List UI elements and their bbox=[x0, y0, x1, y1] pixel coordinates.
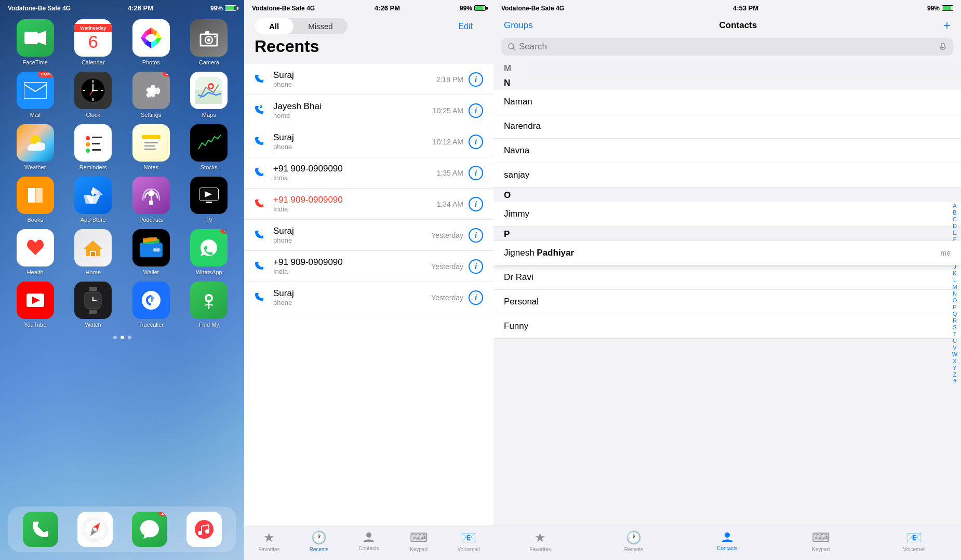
contacts-tab-recents[interactable]: 🕐 Recents bbox=[587, 530, 680, 552]
index-d[interactable]: D bbox=[951, 223, 958, 229]
index-m[interactable]: M bbox=[951, 284, 958, 290]
app-icon-calendar[interactable]: Wednesday 6 bbox=[74, 19, 112, 57]
add-contact-button[interactable]: + bbox=[943, 18, 951, 33]
app-books[interactable]: Books bbox=[9, 177, 61, 223]
index-t[interactable]: T bbox=[951, 331, 958, 337]
contacts-tab-favorites[interactable]: ★ Favorites bbox=[493, 530, 587, 552]
app-notes[interactable]: Notes bbox=[125, 124, 177, 170]
app-reminders[interactable]: Reminders bbox=[68, 124, 119, 170]
app-icon-facetime[interactable] bbox=[17, 19, 54, 57]
app-maps[interactable]: Maps bbox=[183, 72, 235, 118]
dock-music[interactable] bbox=[186, 512, 222, 547]
app-icon-camera[interactable] bbox=[190, 19, 228, 57]
app-podcasts[interactable]: Podcasts bbox=[125, 177, 177, 223]
app-icon-clock[interactable] bbox=[74, 72, 112, 109]
app-truecaller[interactable]: Truecaller bbox=[125, 282, 177, 328]
app-icon-notes[interactable] bbox=[132, 124, 170, 162]
app-clock[interactable]: Clock bbox=[68, 72, 119, 118]
index-l[interactable]: L bbox=[951, 277, 958, 283]
recent-item-1[interactable]: Suraj phone 2:18 PM i bbox=[244, 64, 493, 95]
app-youtube[interactable]: YouTube bbox=[9, 282, 61, 328]
app-appstore[interactable]: App Store bbox=[68, 177, 119, 223]
index-o[interactable]: O bbox=[951, 297, 958, 303]
app-icon-stocks[interactable] bbox=[190, 124, 228, 162]
app-icon-appstore[interactable] bbox=[74, 177, 112, 214]
app-home[interactable]: Home bbox=[68, 229, 119, 275]
dot-1[interactable] bbox=[113, 336, 117, 339]
app-icon-reminders[interactable] bbox=[74, 124, 112, 162]
app-icon-youtube[interactable] bbox=[17, 282, 54, 319]
groups-button[interactable]: Groups bbox=[504, 20, 533, 31]
contact-row-narendra[interactable]: Narendra bbox=[493, 114, 961, 139]
contact-row-sanjay[interactable]: sanjay bbox=[493, 163, 961, 188]
recent-item-2[interactable]: Jayesh Bhai home 10:25 AM i bbox=[244, 95, 493, 126]
app-findmy[interactable]: Find My bbox=[183, 282, 235, 328]
contact-row-jimmy[interactable]: Jimmy bbox=[493, 202, 961, 226]
index-x[interactable]: X bbox=[951, 358, 958, 364]
app-wallet[interactable]: Wallet bbox=[125, 229, 177, 275]
recent-item-4[interactable]: +91 909-0909090 India 1:35 AM i bbox=[244, 157, 493, 189]
contacts-search-input[interactable] bbox=[519, 42, 936, 52]
tab-keypad[interactable]: ⌨ Keypad bbox=[394, 530, 444, 552]
contacts-tab-keypad[interactable]: ⌨ Keypad bbox=[774, 530, 867, 552]
index-hash[interactable]: # bbox=[951, 378, 958, 384]
info-btn-6[interactable]: i bbox=[469, 228, 483, 243]
app-facetime[interactable]: FaceTime bbox=[9, 19, 61, 65]
contacts-search-bar[interactable] bbox=[501, 38, 953, 56]
app-icon-settings[interactable]: 1 bbox=[132, 72, 170, 109]
index-w[interactable]: W bbox=[951, 351, 958, 357]
app-icon-findmy[interactable] bbox=[190, 282, 228, 319]
app-icon-podcasts[interactable] bbox=[132, 177, 170, 214]
info-btn-7[interactable]: i bbox=[469, 259, 483, 274]
index-n[interactable]: N bbox=[951, 290, 958, 297]
contact-row-personal[interactable]: Personal bbox=[493, 290, 961, 314]
index-z[interactable]: Z bbox=[951, 371, 958, 378]
contact-row-naman[interactable]: Naman bbox=[493, 90, 961, 114]
recent-item-6[interactable]: Suraj phone Yesterday i bbox=[244, 220, 493, 251]
info-btn-2[interactable]: i bbox=[469, 103, 483, 118]
index-y[interactable]: Y bbox=[951, 365, 958, 371]
tab-favorites[interactable]: ★ Favorites bbox=[244, 530, 294, 552]
contact-row-navna[interactable]: Navna bbox=[493, 139, 961, 163]
app-icon-watch[interactable] bbox=[74, 282, 112, 319]
app-icon-home[interactable] bbox=[74, 229, 112, 266]
tab-missed[interactable]: Missed bbox=[293, 18, 348, 34]
app-health[interactable]: Health bbox=[9, 229, 61, 275]
contact-row-jignesh[interactable]: Jignesh Padhiyar me bbox=[493, 241, 961, 265]
app-whatsapp[interactable]: 1 WhatsApp bbox=[183, 229, 235, 275]
app-photos[interactable]: Photos bbox=[125, 19, 177, 65]
app-icon-photos[interactable] bbox=[132, 19, 170, 57]
info-btn-3[interactable]: i bbox=[469, 135, 483, 149]
dock-safari[interactable] bbox=[77, 512, 113, 547]
recent-item-3[interactable]: Suraj phone 10:12 AM i bbox=[244, 126, 493, 157]
app-icon-wallet[interactable] bbox=[132, 229, 170, 266]
contacts-tab-contacts-btn[interactable]: Contacts bbox=[680, 530, 774, 552]
index-v[interactable]: V bbox=[951, 344, 958, 351]
app-icon-mail[interactable]: 18,693 bbox=[17, 72, 54, 109]
index-b[interactable]: B bbox=[951, 209, 958, 216]
index-p[interactable]: P bbox=[951, 304, 958, 310]
app-watch[interactable]: Watch bbox=[68, 282, 119, 328]
index-e[interactable]: E bbox=[951, 230, 958, 236]
app-mail[interactable]: 18,693 Mail bbox=[9, 72, 61, 118]
info-btn-1[interactable]: i bbox=[469, 72, 483, 87]
app-camera[interactable]: Camera bbox=[183, 19, 235, 65]
recent-item-5[interactable]: +91 909-0909090 India 1:34 AM i bbox=[244, 189, 493, 220]
app-calendar[interactable]: Wednesday 6 Calendar bbox=[68, 19, 119, 65]
index-q[interactable]: Q bbox=[951, 311, 958, 317]
tab-voicemail[interactable]: 📧 Voicemail bbox=[444, 530, 493, 552]
index-k[interactable]: K bbox=[951, 270, 958, 276]
app-icon-books[interactable] bbox=[17, 177, 54, 214]
app-icon-health[interactable] bbox=[17, 229, 54, 266]
info-btn-5[interactable]: i bbox=[469, 197, 483, 211]
app-tv[interactable]: TV bbox=[183, 177, 235, 223]
app-stocks[interactable]: Stocks bbox=[183, 124, 235, 170]
dot-2[interactable] bbox=[121, 336, 124, 339]
info-btn-4[interactable]: i bbox=[469, 166, 483, 180]
tab-contacts-btn[interactable]: Contacts bbox=[344, 530, 394, 552]
contact-row-drravi[interactable]: Dr Ravi bbox=[493, 265, 961, 290]
dock-phone[interactable] bbox=[23, 512, 58, 547]
app-icon-truecaller[interactable] bbox=[132, 282, 170, 319]
info-btn-8[interactable]: i bbox=[469, 290, 483, 305]
index-a[interactable]: A bbox=[951, 203, 958, 209]
